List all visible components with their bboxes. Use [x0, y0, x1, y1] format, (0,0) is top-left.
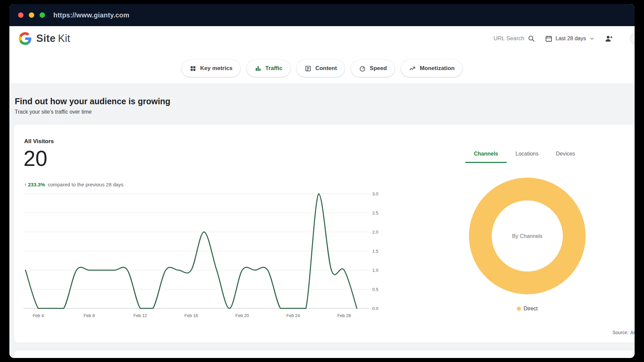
avatar[interactable]	[630, 32, 635, 45]
traffic-section: Find out how your audience is growing Tr…	[9, 83, 635, 358]
close-window-button[interactable]	[18, 12, 23, 18]
browser-titlebar: https://www.gianty.com	[9, 4, 635, 26]
article-icon	[305, 65, 312, 72]
donut-center-label: By Channels	[512, 233, 543, 240]
channels-donut-chart: By Channels	[469, 178, 586, 294]
source-label: Source:	[612, 330, 629, 335]
date-range-label: Last 28 days	[555, 36, 586, 42]
next-widget-card	[14, 351, 635, 358]
breakdown-tabs: Channels Locations Devices	[465, 151, 584, 163]
source-analytics-link[interactable]: Analytics	[630, 330, 635, 335]
tab-channels[interactable]: Channels	[465, 151, 507, 163]
tab-traffic[interactable]: Traffic	[247, 60, 290, 77]
svg-text:Feb 8: Feb 8	[84, 313, 95, 318]
svg-text:Feb 28: Feb 28	[337, 313, 351, 318]
app-title: SiteKit	[36, 33, 70, 45]
svg-text:2.0: 2.0	[372, 230, 378, 235]
minimize-window-button[interactable]	[29, 12, 34, 18]
tab-content[interactable]: Content	[297, 60, 345, 77]
bar-chart-icon	[255, 65, 262, 72]
tab-monetization[interactable]: Monetization	[401, 60, 463, 77]
metric-value: 20	[23, 146, 47, 171]
page-title: Find out how your audience is growing	[15, 96, 635, 107]
date-range-selector[interactable]: Last 28 days	[545, 35, 595, 42]
add-user-icon[interactable]	[605, 35, 613, 43]
app-header: SiteKit URL Search Last 28 days	[9, 26, 635, 51]
url-search-label: URL Search	[493, 35, 524, 42]
search-icon	[528, 35, 535, 42]
calendar-icon	[545, 35, 552, 42]
arrow-up-icon: ↑	[24, 182, 27, 187]
google-g-logo	[19, 32, 32, 45]
fullscreen-window-button[interactable]	[40, 12, 45, 18]
svg-text:1.0: 1.0	[372, 268, 378, 273]
change-note: compared to the previous 28 days	[48, 182, 123, 187]
svg-text:1.5: 1.5	[372, 249, 378, 254]
metric-label: All Visitors	[24, 138, 54, 145]
chevron-down-icon	[589, 36, 595, 42]
section-nav: Key metrics Traffic Content	[9, 51, 635, 83]
legend-label: Direct	[524, 306, 538, 312]
source-attribution: Source:Analytics	[612, 330, 635, 335]
tab-devices[interactable]: Devices	[547, 151, 584, 163]
svg-text:0.0: 0.0	[372, 306, 378, 311]
tab-key-metrics[interactable]: Key metrics	[181, 60, 240, 77]
tab-speed[interactable]: Speed	[351, 60, 395, 77]
tab-locations[interactable]: Locations	[507, 151, 547, 163]
svg-text:Feb 12: Feb 12	[133, 313, 147, 318]
svg-text:Feb 20: Feb 20	[235, 313, 249, 318]
visitors-line-chart: 0.00.51.01.52.02.53.0Feb 4Feb 8Feb 12Feb…	[23, 190, 399, 324]
svg-text:Feb 16: Feb 16	[184, 313, 198, 318]
svg-text:Feb 4: Feb 4	[33, 313, 44, 318]
all-visitors-card: All Visitors 20 ↑ 233.3% compared to the…	[14, 125, 635, 343]
sitekit-brand: SiteKit	[19, 32, 70, 45]
address-bar-url[interactable]: https://www.gianty.com	[53, 11, 129, 19]
change-indicator: ↑ 233.3% compared to the previous 28 day…	[24, 182, 123, 187]
legend-color-dot	[517, 307, 521, 311]
grid-icon	[190, 65, 197, 72]
window-controls	[18, 12, 45, 18]
svg-text:3.0: 3.0	[372, 191, 378, 196]
svg-text:Feb 24: Feb 24	[286, 313, 300, 318]
url-search[interactable]: URL Search	[493, 35, 535, 42]
svg-text:0.5: 0.5	[372, 287, 378, 292]
speed-icon	[359, 65, 366, 72]
trending-up-icon	[409, 65, 416, 72]
change-percent: 233.3%	[28, 182, 45, 187]
donut-legend: Direct	[500, 306, 554, 312]
page-subtitle: Track your site’s traffic over time	[15, 109, 635, 115]
browser-window: https://www.gianty.com SiteKit URL Searc…	[9, 4, 635, 358]
svg-text:2.5: 2.5	[372, 210, 378, 216]
